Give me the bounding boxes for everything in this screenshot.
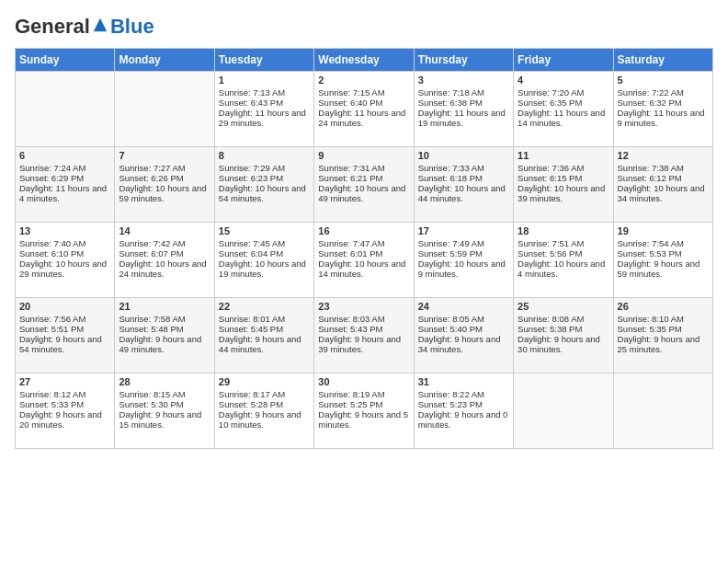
logo: GeneralBlue (15, 15, 154, 39)
day-cell: 9Sunrise: 7:31 AMSunset: 6:21 PMDaylight… (314, 147, 414, 223)
day-content: Daylight: 10 hours and 14 minutes. (318, 259, 409, 279)
day-content: Sunrise: 7:49 AM (418, 238, 509, 248)
day-content: Sunrise: 7:45 AM (219, 238, 310, 248)
day-content: Sunrise: 8:08 AM (518, 314, 609, 324)
day-content: Sunset: 6:26 PM (119, 173, 210, 183)
day-content: Sunrise: 7:36 AM (518, 163, 609, 173)
day-content: Sunrise: 7:24 AM (19, 163, 110, 173)
day-content: Sunset: 6:35 PM (518, 98, 609, 108)
day-cell: 11Sunrise: 7:36 AMSunset: 6:15 PMDayligh… (514, 147, 613, 223)
day-number: 27 (19, 376, 110, 387)
day-content: Sunrise: 8:22 AM (418, 389, 509, 399)
day-number: 12 (618, 150, 709, 161)
day-content: Sunrise: 7:51 AM (518, 238, 609, 248)
day-content: Daylight: 9 hours and 54 minutes. (19, 334, 110, 354)
day-content: Sunset: 6:12 PM (618, 173, 709, 183)
header-cell-wednesday: Wednesday (314, 49, 414, 72)
week-row: 20Sunrise: 7:56 AMSunset: 5:51 PMDayligh… (16, 298, 713, 373)
day-cell: 31Sunrise: 8:22 AMSunset: 5:23 PMDayligh… (414, 373, 513, 449)
day-content: Sunrise: 8:01 AM (219, 314, 310, 324)
day-content: Sunrise: 7:40 AM (19, 238, 110, 248)
day-cell: 3Sunrise: 7:18 AMSunset: 6:38 PMDaylight… (414, 72, 513, 147)
day-cell: 19Sunrise: 7:54 AMSunset: 5:53 PMDayligh… (613, 223, 712, 298)
day-content: Sunset: 5:56 PM (518, 248, 609, 259)
day-content: Sunset: 6:01 PM (318, 248, 409, 259)
day-number: 16 (318, 225, 409, 236)
day-content: Daylight: 9 hours and 25 minutes. (618, 334, 709, 354)
day-cell: 18Sunrise: 7:51 AMSunset: 5:56 PMDayligh… (514, 223, 613, 298)
day-number: 5 (618, 75, 709, 86)
day-content: Sunset: 6:04 PM (219, 248, 310, 259)
day-content: Daylight: 9 hours and 15 minutes. (119, 409, 210, 430)
header-cell-saturday: Saturday (613, 49, 712, 72)
week-row: 13Sunrise: 7:40 AMSunset: 6:10 PMDayligh… (16, 223, 713, 298)
day-content: Daylight: 10 hours and 29 minutes. (19, 259, 110, 279)
header-cell-sunday: Sunday (16, 49, 115, 72)
day-content: Daylight: 9 hours and 10 minutes. (219, 409, 310, 430)
logo-blue: Blue (110, 15, 154, 38)
day-number: 10 (418, 150, 509, 161)
day-content: Daylight: 11 hours and 14 minutes. (518, 108, 609, 128)
day-cell: 30Sunrise: 8:19 AMSunset: 5:25 PMDayligh… (314, 373, 414, 449)
day-cell: 10Sunrise: 7:33 AMSunset: 6:18 PMDayligh… (414, 147, 513, 223)
day-content: Daylight: 9 hours and 20 minutes. (19, 409, 110, 430)
day-content: Daylight: 9 hours and 30 minutes. (518, 334, 609, 354)
day-content: Daylight: 9 hours and 5 minutes. (318, 409, 409, 430)
day-content: Sunrise: 7:54 AM (618, 238, 709, 248)
day-number: 26 (618, 301, 709, 312)
day-content: Sunset: 5:51 PM (19, 324, 110, 334)
day-content: Daylight: 10 hours and 54 minutes. (219, 183, 310, 203)
day-content: Sunrise: 7:22 AM (618, 87, 709, 98)
day-content: Sunrise: 8:12 AM (19, 389, 110, 399)
day-content: Sunset: 5:23 PM (418, 399, 509, 409)
day-content: Daylight: 9 hours and 49 minutes. (119, 334, 210, 354)
day-number: 11 (518, 150, 609, 161)
day-content: Sunset: 6:32 PM (618, 98, 709, 108)
day-content: Sunrise: 8:05 AM (418, 314, 509, 324)
day-number: 31 (418, 376, 509, 387)
day-content: Daylight: 11 hours and 4 minutes. (19, 183, 110, 203)
day-content: Sunset: 6:40 PM (318, 98, 409, 108)
day-number: 21 (119, 301, 210, 312)
day-cell: 25Sunrise: 8:08 AMSunset: 5:38 PMDayligh… (514, 298, 613, 373)
day-number: 4 (518, 75, 609, 86)
day-content: Sunset: 6:43 PM (219, 98, 310, 108)
header-cell-thursday: Thursday (414, 49, 513, 72)
day-number: 24 (418, 301, 509, 312)
calendar-table: SundayMondayTuesdayWednesdayThursdayFrid… (15, 48, 713, 449)
day-content: Sunset: 6:38 PM (418, 98, 509, 108)
svg-marker-0 (94, 18, 107, 31)
day-cell: 27Sunrise: 8:12 AMSunset: 5:33 PMDayligh… (16, 373, 115, 449)
header-cell-tuesday: Tuesday (214, 49, 313, 72)
day-content: Sunrise: 7:27 AM (119, 163, 210, 173)
day-content: Daylight: 10 hours and 9 minutes. (418, 259, 509, 279)
day-cell: 7Sunrise: 7:27 AMSunset: 6:26 PMDaylight… (115, 147, 214, 223)
day-number: 22 (219, 301, 310, 312)
calendar-body: 1Sunrise: 7:13 AMSunset: 6:43 PMDaylight… (16, 72, 713, 449)
day-content: Sunset: 6:10 PM (19, 248, 110, 259)
day-content: Daylight: 10 hours and 39 minutes. (518, 183, 609, 203)
day-content: Daylight: 10 hours and 4 minutes. (518, 259, 609, 279)
day-number: 7 (119, 150, 210, 161)
day-cell: 20Sunrise: 7:56 AMSunset: 5:51 PMDayligh… (16, 298, 115, 373)
week-row: 6Sunrise: 7:24 AMSunset: 6:29 PMDaylight… (16, 147, 713, 223)
logo-text: GeneralBlue (15, 15, 154, 39)
day-content: Daylight: 10 hours and 19 minutes. (219, 259, 310, 279)
day-cell: 15Sunrise: 7:45 AMSunset: 6:04 PMDayligh… (214, 223, 313, 298)
day-content: Sunset: 5:53 PM (618, 248, 709, 259)
day-content: Daylight: 10 hours and 34 minutes. (618, 183, 709, 203)
day-content: Daylight: 10 hours and 44 minutes. (418, 183, 509, 203)
day-number: 25 (518, 301, 609, 312)
day-content: Sunset: 6:18 PM (418, 173, 509, 183)
day-content: Sunset: 5:30 PM (119, 399, 210, 409)
day-content: Sunrise: 7:33 AM (418, 163, 509, 173)
day-cell: 12Sunrise: 7:38 AMSunset: 6:12 PMDayligh… (613, 147, 712, 223)
day-content: Sunrise: 8:19 AM (318, 389, 409, 399)
day-content: Sunset: 5:45 PM (219, 324, 310, 334)
day-content: Sunset: 6:23 PM (219, 173, 310, 183)
day-content: Sunset: 5:35 PM (618, 324, 709, 334)
day-number: 17 (418, 225, 509, 236)
day-content: Sunrise: 7:56 AM (19, 314, 110, 324)
day-cell: 1Sunrise: 7:13 AMSunset: 6:43 PMDaylight… (214, 72, 313, 147)
day-number: 1 (219, 75, 310, 86)
